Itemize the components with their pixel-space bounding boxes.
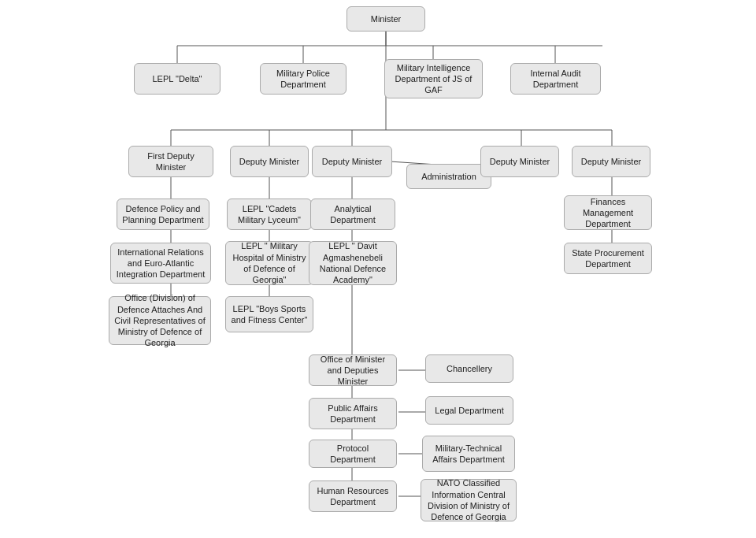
lepl-hospital-node: LEPL " Military Hospital of Ministry of … <box>225 241 313 285</box>
first-deputy-node: First Deputy Minister <box>128 146 213 177</box>
lepl-boys-node: LEPL "Boys Sports and Fitness Center" <box>225 296 313 332</box>
deputy3-node: Deputy Minister <box>480 146 559 177</box>
office-minister-node: Office of Minister and Deputies Minister <box>309 354 397 386</box>
lepl-cadets-node: LEPL "Cadets Military Lyceum" <box>227 199 312 230</box>
office-attaches-node: Office (Division) of Defence Attaches An… <box>109 296 211 345</box>
lepl-davit-node: LEPL " Davit Agmashenebeli National Defe… <box>309 241 397 285</box>
internal-audit-node: Internal Audit Department <box>510 63 601 95</box>
protocol-node: Protocol Department <box>309 440 397 468</box>
state-procurement-node: State Procurement Department <box>564 243 652 274</box>
minister-node: Minister <box>346 6 425 32</box>
analytical-node: Analytical Department <box>310 199 395 230</box>
human-resources-node: Human Resources Department <box>309 480 397 512</box>
deputy1-node: Deputy Minister <box>230 146 309 177</box>
military-police-node: Military Police Department <box>260 63 346 95</box>
defence-policy-node: Defence Policy and Planning Department <box>117 199 209 230</box>
chancellery-node: Chancellery <box>425 354 513 383</box>
legal-node: Legal Department <box>425 396 513 425</box>
intl-relations-node: International Relations and Euro-Atlanti… <box>110 243 211 284</box>
org-chart: Minister LEPL "Delta" Military Police De… <box>0 0 756 538</box>
military-intel-node: Military Intelligence Department of JS o… <box>384 59 483 98</box>
lepl-delta-node: LEPL "Delta" <box>134 63 220 95</box>
finances-node: Finances Management Department <box>564 195 652 230</box>
administration-node: Administration <box>406 164 491 189</box>
deputy4-node: Deputy Minister <box>572 146 650 177</box>
public-affairs-node: Public Affairs Department <box>309 398 397 429</box>
mil-technical-node: Military-Technical Affairs Department <box>422 436 515 472</box>
deputy2-node: Deputy Minister <box>312 146 392 177</box>
nato-classified-node: NATO Classified Information Central Divi… <box>421 479 517 521</box>
